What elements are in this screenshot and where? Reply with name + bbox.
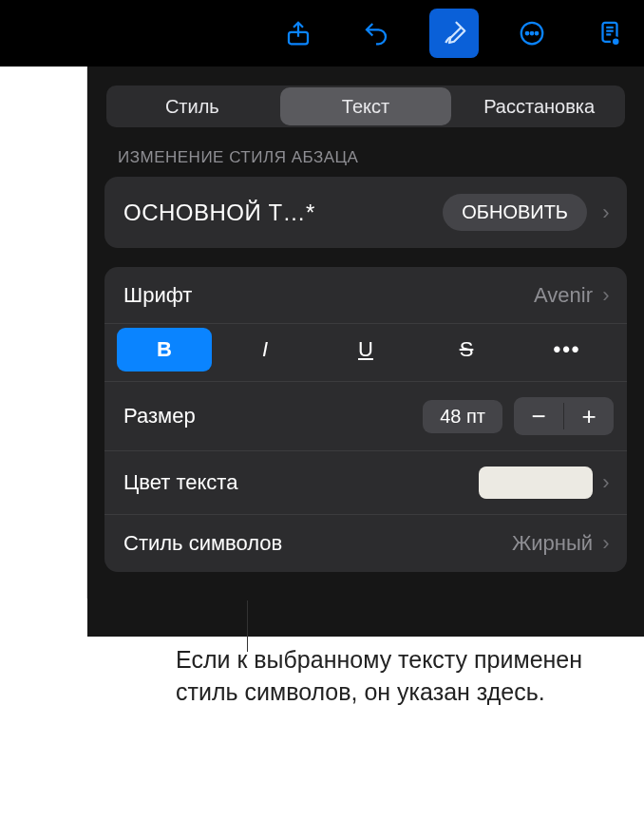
format-panel: Стиль Текст Расстановка ИЗМЕНЕНИЕ СТИЛЯ … xyxy=(87,67,644,637)
format-button-bar: B I U S ••• xyxy=(104,324,627,382)
strikethrough-button[interactable]: S xyxy=(419,328,514,371)
panel-tabs: Стиль Текст Расстановка xyxy=(106,86,625,127)
more-format-button[interactable]: ••• xyxy=(520,328,615,371)
chevron-right-icon: › xyxy=(598,200,614,225)
svg-point-6 xyxy=(612,37,620,46)
character-style-value: Жирный xyxy=(512,531,593,556)
chevron-right-icon: › xyxy=(598,531,614,556)
underline-button[interactable]: U xyxy=(318,328,413,371)
tab-text[interactable]: Текст xyxy=(280,87,452,125)
paragraph-style-name: ОСНОВНОЙ Т…* xyxy=(123,200,431,226)
chevron-right-icon: › xyxy=(598,470,614,495)
text-color-swatch[interactable] xyxy=(479,467,593,499)
font-value: Avenir xyxy=(534,283,593,308)
size-value[interactable]: 48 пт xyxy=(423,400,502,433)
text-color-row[interactable]: Цвет текста › xyxy=(104,451,627,515)
svg-point-4 xyxy=(536,32,539,35)
tab-style[interactable]: Стиль xyxy=(106,86,278,127)
callout-annotation: Если к выбранному тексту применен стиль … xyxy=(176,644,584,709)
format-brush-icon[interactable] xyxy=(429,9,479,58)
size-decrease-button[interactable]: − xyxy=(514,397,563,435)
italic-button[interactable]: I xyxy=(218,328,313,371)
document-canvas-strip xyxy=(0,67,87,599)
tab-arrange[interactable]: Расстановка xyxy=(453,86,625,127)
svg-point-2 xyxy=(526,32,529,35)
character-style-label: Стиль символов xyxy=(123,531,512,556)
size-increase-button[interactable]: + xyxy=(564,397,614,435)
size-stepper: − + xyxy=(514,397,614,435)
callout-text: Если к выбранному тексту применен стиль … xyxy=(176,644,584,709)
svg-point-3 xyxy=(531,32,534,35)
character-style-row[interactable]: Стиль символов Жирный › xyxy=(104,515,627,572)
paragraph-style-card: ОСНОВНОЙ Т…* ОБНОВИТЬ › xyxy=(104,177,627,248)
top-toolbar xyxy=(0,0,644,67)
share-icon[interactable] xyxy=(274,9,323,58)
size-row: Размер 48 пт − + xyxy=(104,382,627,451)
chevron-right-icon: › xyxy=(598,283,614,308)
undo-icon[interactable] xyxy=(351,9,401,58)
section-label-paragraph-style: ИЗМЕНЕНИЕ СТИЛЯ АБЗАЦА xyxy=(118,148,614,167)
font-label: Шрифт xyxy=(123,283,534,308)
paragraph-style-row[interactable]: ОСНОВНОЙ Т…* ОБНОВИТЬ › xyxy=(104,177,627,248)
font-row[interactable]: Шрифт Avenir › xyxy=(104,267,627,324)
size-label: Размер xyxy=(123,404,423,429)
bold-button[interactable]: B xyxy=(117,328,212,371)
document-options-icon[interactable] xyxy=(585,9,635,58)
more-icon[interactable] xyxy=(507,9,557,58)
text-options-card: Шрифт Avenir › B I U S ••• Размер 48 пт … xyxy=(104,267,627,572)
text-color-label: Цвет текста xyxy=(123,470,479,495)
update-style-button[interactable]: ОБНОВИТЬ xyxy=(443,194,587,231)
